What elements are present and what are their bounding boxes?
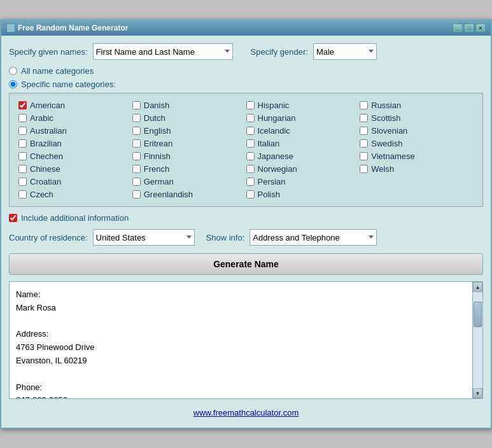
categories-box: American Arabic Australian Brazilian Che… xyxy=(9,93,483,207)
checkbox-welsh[interactable]: Welsh xyxy=(360,164,474,174)
checkbox-slovenian[interactable]: Slovenian xyxy=(360,125,474,136)
scroll-up-button[interactable]: ▲ xyxy=(473,282,482,292)
title-controls: _ □ × xyxy=(453,24,486,32)
close-button[interactable]: × xyxy=(475,24,486,32)
generate-button[interactable]: Generate Name xyxy=(9,253,483,275)
output-wrapper: Name: Mark Rosa Address: 4763 Pinewood D… xyxy=(9,281,483,399)
output-area[interactable]: Name: Mark Rosa Address: 4763 Pinewood D… xyxy=(10,282,472,398)
checkbox-vietnamese[interactable]: Vietnamese xyxy=(360,151,474,162)
checkbox-finnish[interactable]: Finnish xyxy=(132,151,246,162)
all-categories-text: All name categories xyxy=(21,66,94,76)
footer-link[interactable]: www.freemathcalculator.com xyxy=(193,408,299,417)
specify-gender-label: Specify gender: xyxy=(251,47,308,57)
checkbox-french[interactable]: French xyxy=(132,164,246,174)
checkbox-american[interactable]: American xyxy=(18,100,132,111)
footer: www.freemathcalculator.com xyxy=(9,404,483,420)
specific-categories-text: Specific name categories: xyxy=(21,80,116,89)
checkbox-eritrean[interactable]: Eritrean xyxy=(132,138,246,149)
checkbox-chinese[interactable]: Chinese xyxy=(18,164,132,174)
restore-button[interactable]: □ xyxy=(464,24,474,32)
main-window: Free Random Name Generator _ □ × Specify… xyxy=(0,19,492,429)
checkbox-norwegian[interactable]: Norwegian xyxy=(246,164,360,174)
checkbox-croatian[interactable]: Croatian xyxy=(18,176,132,187)
residence-row: Country of residence: United States Aust… xyxy=(9,229,483,246)
specific-categories-radio[interactable] xyxy=(9,80,17,88)
checkbox-english[interactable]: English xyxy=(132,125,246,136)
show-info-select[interactable]: Address and Telephone Address Only Telep… xyxy=(250,229,377,246)
checkbox-polish[interactable]: Polish xyxy=(246,189,360,200)
checkbox-brazilian[interactable]: Brazilian xyxy=(18,138,132,149)
app-icon xyxy=(6,24,15,32)
scroll-track[interactable] xyxy=(473,292,482,388)
checkbox-persian[interactable]: Persian xyxy=(246,176,360,187)
title-bar: Free Random Name Generator _ □ × xyxy=(1,20,491,36)
checkbox-russian[interactable]: Russian xyxy=(360,100,474,111)
title-bar-left: Free Random Name Generator xyxy=(6,24,128,32)
checkbox-hungarian[interactable]: Hungarian xyxy=(246,113,360,123)
checkbox-swedish[interactable]: Swedish xyxy=(360,138,474,149)
checkbox-danish[interactable]: Danish xyxy=(132,100,246,111)
scroll-thumb[interactable] xyxy=(474,302,482,327)
include-info-row: Include additional information xyxy=(9,213,483,223)
include-info-checkbox[interactable] xyxy=(9,214,17,222)
placeholder2 xyxy=(360,189,474,200)
checkbox-australian[interactable]: Australian xyxy=(18,125,132,136)
name-format-select[interactable]: First Name and Last Name First Name Only… xyxy=(93,43,233,60)
scroll-down-button[interactable]: ▼ xyxy=(473,388,482,398)
content-area: Specify given names: First Name and Last… xyxy=(1,36,491,428)
checkbox-italian[interactable]: Italian xyxy=(246,138,360,149)
checkbox-scottish[interactable]: Scottish xyxy=(360,113,474,123)
minimize-button[interactable]: _ xyxy=(453,24,463,32)
specify-given-names-label: Specify given names: xyxy=(9,47,88,57)
checkbox-chechen[interactable]: Chechen xyxy=(18,151,132,162)
show-info-label: Show info: xyxy=(206,233,245,242)
checkbox-arabic[interactable]: Arabic xyxy=(18,113,132,123)
categories-grid: American Arabic Australian Brazilian Che… xyxy=(18,100,474,200)
checkbox-hispanic[interactable]: Hispanic xyxy=(246,100,360,111)
name-gender-row: Specify given names: First Name and Last… xyxy=(9,43,483,60)
checkbox-dutch[interactable]: Dutch xyxy=(132,113,246,123)
country-select[interactable]: United States Australia Canada United Ki… xyxy=(93,229,195,246)
specific-categories-radio-group: Specific name categories: xyxy=(9,80,483,89)
specific-categories-radio-label[interactable]: Specific name categories: xyxy=(9,80,483,89)
placeholder1 xyxy=(360,176,474,187)
window-title: Free Random Name Generator xyxy=(18,24,128,32)
checkbox-icelandic[interactable]: Icelandic xyxy=(246,125,360,136)
include-info-label[interactable]: Include additional information xyxy=(21,213,129,223)
all-categories-radio-label[interactable]: All name categories xyxy=(9,66,483,76)
all-categories-radio[interactable] xyxy=(9,67,17,75)
checkbox-czech[interactable]: Czech xyxy=(18,189,132,200)
checkbox-japanese[interactable]: Japanese xyxy=(246,151,360,162)
checkbox-greenlandish[interactable]: Greenlandish xyxy=(132,189,246,200)
country-label: Country of residence: xyxy=(9,233,88,242)
gender-select[interactable]: Male Female Both xyxy=(313,43,377,60)
scrollbar: ▲ ▼ xyxy=(472,282,482,398)
checkbox-german[interactable]: German xyxy=(132,176,246,187)
all-categories-radio-group: All name categories xyxy=(9,66,483,76)
